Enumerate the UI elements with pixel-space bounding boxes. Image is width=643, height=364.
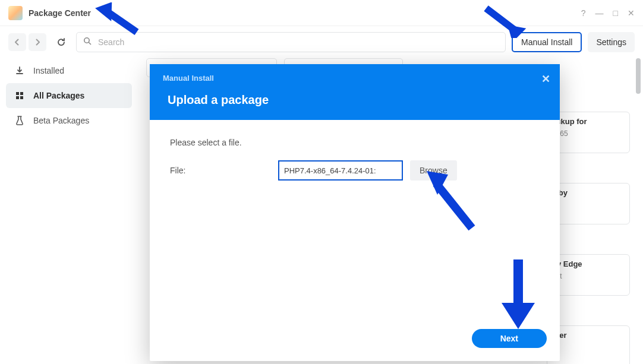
help-icon[interactable]: ? xyxy=(581,8,586,18)
toolbar: Manual Install Settings xyxy=(0,26,643,58)
forward-button[interactable] xyxy=(29,33,46,51)
minimize-icon[interactable]: — xyxy=(595,8,604,18)
manual-install-dialog: Manual Install Upload a package ✕ Please… xyxy=(150,64,560,361)
dialog-header: Manual Install Upload a package ✕ xyxy=(150,64,560,120)
window-controls: ? — □ ✕ xyxy=(581,8,635,18)
dialog-body: Please select a file. File: Browse xyxy=(150,120,560,321)
svg-point-0 xyxy=(84,38,89,43)
next-button[interactable]: Next xyxy=(472,329,547,348)
instruction-text: Please select a file. xyxy=(170,138,540,147)
dialog-footer: Next xyxy=(150,321,560,361)
chevron-right-icon xyxy=(35,39,40,46)
svg-rect-3 xyxy=(20,92,23,95)
download-icon xyxy=(14,66,25,75)
file-label: File: xyxy=(170,166,271,175)
settings-button[interactable]: Settings xyxy=(588,32,635,52)
browse-button[interactable]: Browse xyxy=(410,160,457,181)
search-input[interactable] xyxy=(76,32,506,52)
sidebar: Installed All Packages Beta Packages xyxy=(0,58,138,364)
file-path-input[interactable] xyxy=(278,160,403,181)
beta-icon xyxy=(14,116,25,125)
grid-icon xyxy=(14,91,25,100)
sidebar-item-all-packages[interactable]: All Packages xyxy=(6,83,132,108)
dialog-subtitle: Manual Install xyxy=(163,74,547,83)
manual-install-button[interactable]: Manual Install xyxy=(512,32,582,52)
chevron-left-icon xyxy=(15,39,20,46)
svg-rect-2 xyxy=(16,92,19,95)
app-title: Package Center xyxy=(29,8,581,18)
sidebar-item-label: All Packages xyxy=(33,91,84,100)
sidebar-item-beta-packages[interactable]: Beta Packages xyxy=(6,108,132,133)
sidebar-item-label: Beta Packages xyxy=(33,116,89,125)
dialog-title: Upload a package xyxy=(168,93,547,107)
svg-rect-4 xyxy=(16,96,19,99)
back-button[interactable] xyxy=(8,33,26,51)
title-bar: Package Center ? — □ ✕ xyxy=(0,0,643,26)
svg-line-1 xyxy=(89,42,91,45)
maximize-icon[interactable]: □ xyxy=(613,8,618,18)
svg-rect-5 xyxy=(20,96,23,99)
sidebar-item-label: Installed xyxy=(33,66,64,75)
app-icon xyxy=(8,6,23,20)
sidebar-item-installed[interactable]: Installed xyxy=(6,58,132,83)
close-icon: ✕ xyxy=(541,73,550,85)
scrollbar[interactable] xyxy=(636,58,641,94)
search-icon xyxy=(83,37,92,48)
dialog-close-button[interactable]: ✕ xyxy=(541,72,550,86)
refresh-icon xyxy=(56,37,66,47)
close-window-icon[interactable]: ✕ xyxy=(628,8,635,18)
refresh-button[interactable] xyxy=(52,33,70,51)
